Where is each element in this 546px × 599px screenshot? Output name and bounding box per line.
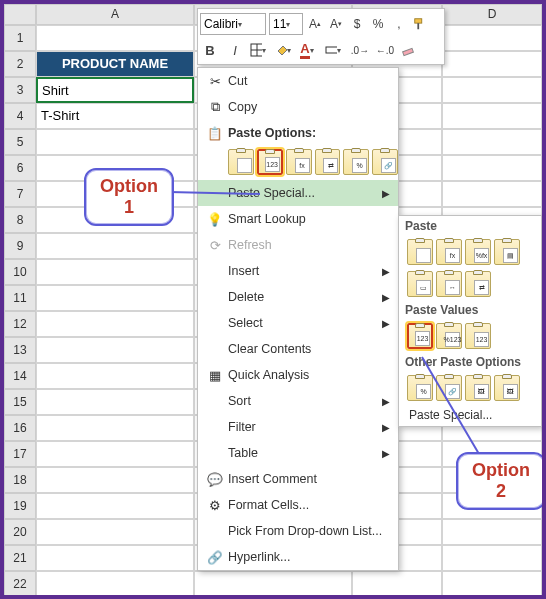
svg-line-8 [422,357,479,454]
callout-option-2: Option2 [456,452,546,510]
callout-option-1: Option1 [84,168,174,226]
